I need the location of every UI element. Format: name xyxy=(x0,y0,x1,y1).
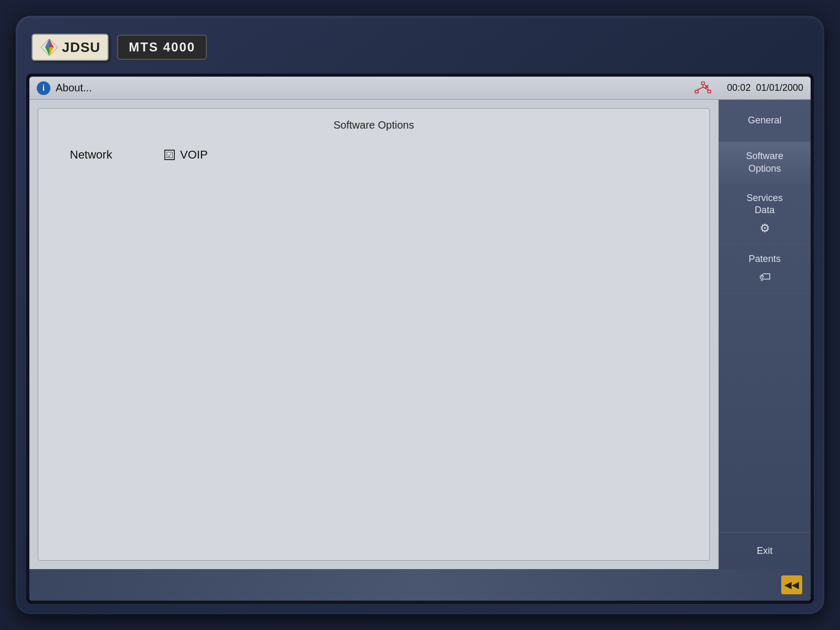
general-btn-label: General xyxy=(748,114,781,127)
screen-wrapper: i About... xyxy=(26,74,814,604)
jdsu-logo: JDSU xyxy=(32,34,109,61)
section-title: Software Options xyxy=(49,119,699,131)
network-status-icon xyxy=(695,81,711,96)
patents-btn-label: Patents xyxy=(749,253,781,265)
svg-rect-5 xyxy=(701,82,705,85)
page-title: About... xyxy=(56,82,689,94)
services-data-btn-label: ServicesData xyxy=(747,192,783,217)
screen: i About... xyxy=(29,77,811,601)
content-area: Software Options Network ☑ VOIP Gene xyxy=(29,100,811,569)
sidebar-spacer xyxy=(719,293,811,532)
svg-rect-6 xyxy=(695,90,698,93)
exit-label: Exit xyxy=(757,545,772,556)
time-display: 00:02 01/01/2000 xyxy=(727,82,803,93)
back-icon: ◀◀ xyxy=(784,579,799,591)
sidebar-btn-software-options[interactable]: SoftwareOptions xyxy=(719,142,811,184)
svg-marker-2 xyxy=(49,47,54,56)
info-icon: i xyxy=(37,81,50,95)
network-status-area xyxy=(695,81,711,96)
top-bar: JDSU MTS 4000 xyxy=(26,26,814,68)
title-bar: i About... xyxy=(29,77,811,100)
model-label: MTS 4000 xyxy=(117,35,207,60)
options-row: Network ☑ VOIP xyxy=(49,144,699,166)
voip-label: VOIP xyxy=(180,148,208,162)
svg-rect-7 xyxy=(708,90,711,93)
option-category-network: Network xyxy=(70,148,133,162)
services-gear-icon: ⚙ xyxy=(760,221,770,236)
brand-label: JDSU xyxy=(62,39,100,56)
voip-checkbox[interactable]: ☑ xyxy=(164,150,175,160)
right-sidebar: General SoftwareOptions ServicesData ⚙ P… xyxy=(719,100,811,569)
software-options-btn-label: SoftwareOptions xyxy=(746,150,783,175)
svg-marker-4 xyxy=(45,47,49,56)
back-button[interactable]: ◀◀ xyxy=(781,575,802,594)
exit-button[interactable]: Exit xyxy=(719,532,811,569)
svg-marker-3 xyxy=(45,39,49,47)
content-box: Software Options Network ☑ VOIP xyxy=(38,108,710,561)
logo-diamond-icon xyxy=(40,38,59,57)
device-frame: JDSU MTS 4000 i About... xyxy=(16,16,824,614)
sidebar-btn-services-data[interactable]: ServicesData ⚙ xyxy=(719,184,811,245)
sidebar-btn-general[interactable]: General xyxy=(719,100,811,142)
option-item-voip: ☑ VOIP xyxy=(164,148,208,162)
sidebar-btn-patents[interactable]: Patents 🏷 xyxy=(719,245,811,293)
svg-line-9 xyxy=(697,87,703,90)
main-panel: Software Options Network ☑ VOIP xyxy=(29,100,719,569)
patents-icon: 🏷 xyxy=(759,270,771,285)
bottom-bar: ◀◀ xyxy=(29,569,811,601)
